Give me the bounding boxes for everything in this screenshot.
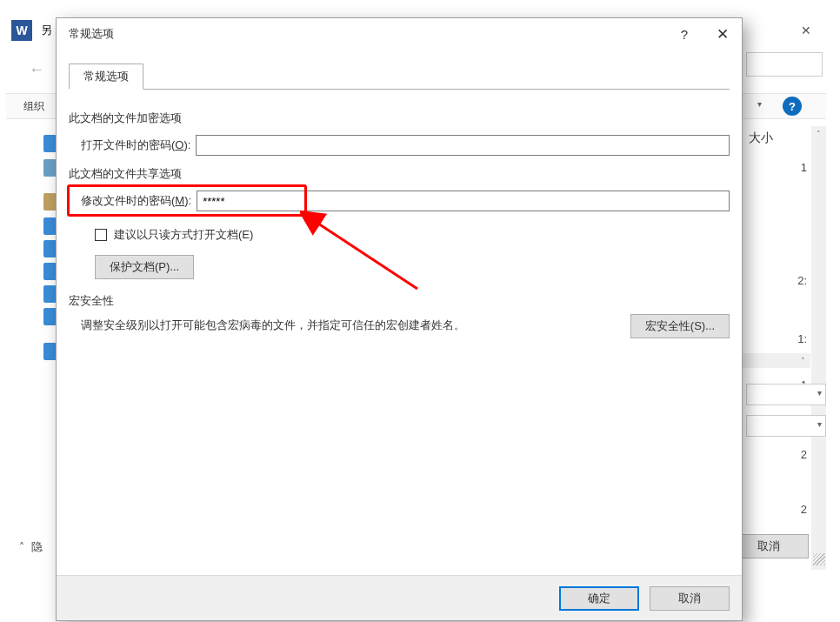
sharing-group: 此文档的文件共享选项 修改文件时的密码(M): 建议以只读方式打开文档(E) 保… bbox=[69, 166, 730, 279]
scrollbar-horizontal[interactable]: ˃ bbox=[736, 353, 810, 368]
close-icon[interactable]: ✕ bbox=[786, 17, 826, 44]
filetype-dropdown-fragment[interactable]: ▾ bbox=[746, 415, 826, 437]
chevron-down-icon: ▾ bbox=[817, 388, 822, 398]
list-row-fragment: 2: bbox=[797, 274, 807, 287]
list-row-fragment: 1 bbox=[801, 161, 807, 174]
hide-folders-label: 隐 bbox=[31, 539, 43, 555]
encryption-group: 此文档的文件加密选项 打开文件时的密码(O): bbox=[69, 110, 730, 156]
dialog-button-row: 确定 取消 bbox=[57, 575, 742, 620]
open-password-label: 打开文件时的密码(O): bbox=[81, 137, 190, 153]
saveas-cancel-label: 取消 bbox=[757, 538, 780, 554]
modify-password-row: 修改文件时的密码(M): bbox=[81, 191, 730, 211]
ok-label: 确定 bbox=[588, 591, 610, 606]
sidebar-stub bbox=[43, 217, 57, 235]
cancel-button[interactable]: 取消 bbox=[650, 586, 730, 611]
filename-dropdown-fragment[interactable]: ▾ bbox=[746, 384, 826, 405]
protect-document-label: 保护文档(P)... bbox=[110, 259, 179, 275]
macro-security-button[interactable]: 宏安全性(S)... bbox=[630, 314, 730, 338]
tab-bottom-rule bbox=[69, 89, 730, 90]
open-password-row: 打开文件时的密码(O): bbox=[81, 135, 730, 156]
col-size-header[interactable]: 大小 bbox=[749, 130, 773, 146]
open-password-input[interactable] bbox=[196, 135, 730, 156]
chevron-down-icon[interactable]: ▾ bbox=[757, 99, 762, 109]
macro-security-group: 宏安全性 调整安全级别以打开可能包含宏病毒的文件，并指定可信任的宏创建者姓名。 … bbox=[69, 293, 730, 333]
hide-folders-toggle[interactable]: ˄ 隐 bbox=[19, 539, 43, 555]
chevron-right-icon[interactable]: ˃ bbox=[796, 353, 810, 368]
protect-document-button[interactable]: 保护文档(P)... bbox=[95, 255, 194, 279]
checkbox-icon[interactable] bbox=[95, 229, 107, 241]
sidebar-stub bbox=[43, 263, 57, 280]
sidebar-stub bbox=[43, 285, 57, 303]
cancel-label: 取消 bbox=[678, 591, 701, 606]
chevron-up-icon: ˄ bbox=[19, 541, 24, 553]
tab-general-options[interactable]: 常规选项 bbox=[69, 64, 143, 90]
sharing-section-title: 此文档的文件共享选项 bbox=[69, 166, 730, 182]
macro-security-label: 宏安全性(S)... bbox=[645, 318, 715, 334]
list-row-fragment: 2 bbox=[801, 448, 807, 461]
sidebar-stub bbox=[43, 193, 57, 211]
saveas-title-fragment: 另 bbox=[41, 23, 52, 38]
sidebar-stub bbox=[43, 308, 57, 325]
readonly-label: 建议以只读方式打开文档(E) bbox=[114, 227, 253, 243]
chevron-down-icon: ▾ bbox=[817, 419, 822, 429]
back-arrow-icon[interactable]: ← bbox=[26, 59, 47, 80]
ok-button[interactable]: 确定 bbox=[559, 586, 639, 611]
help-icon[interactable]: ? bbox=[783, 97, 802, 116]
tab-label: 常规选项 bbox=[83, 69, 129, 84]
word-icon bbox=[11, 20, 32, 41]
chevron-up-icon[interactable]: ˄ bbox=[811, 126, 826, 141]
general-options-dialog: 常规选项 ? ✕ 常规选项 此文档的文件加密选项 打开文件时的密码(O): 此文… bbox=[56, 17, 743, 621]
close-button[interactable]: ✕ bbox=[703, 18, 742, 50]
resize-grip-icon[interactable] bbox=[813, 553, 825, 565]
list-row-fragment: 1: bbox=[797, 332, 807, 345]
address-bar-fragment[interactable] bbox=[746, 52, 823, 77]
sidebar-stub bbox=[43, 135, 57, 152]
readonly-checkbox-row[interactable]: 建议以只读方式打开文档(E) bbox=[95, 227, 730, 243]
encryption-section-title: 此文档的文件加密选项 bbox=[69, 110, 730, 126]
list-row-fragment: 2 bbox=[801, 503, 807, 516]
macro-section-title: 宏安全性 bbox=[69, 293, 730, 309]
help-button[interactable]: ? bbox=[665, 18, 703, 50]
dialog-titlebar: 常规选项 ? ✕ bbox=[57, 18, 742, 50]
organize-label[interactable]: 组织 bbox=[23, 99, 44, 114]
dialog-body: 常规选项 此文档的文件加密选项 打开文件时的密码(O): 此文档的文件共享选项 … bbox=[57, 50, 742, 575]
dialog-title: 常规选项 bbox=[69, 26, 114, 42]
sidebar-stub bbox=[43, 159, 57, 177]
scrollbar-vertical[interactable]: ˄ bbox=[811, 126, 826, 570]
filelist-right-fragment: 大小 1 2: 1: 1 2 2 ˄ bbox=[733, 122, 826, 570]
sidebar-stub bbox=[43, 343, 57, 360]
modify-password-input[interactable] bbox=[197, 191, 730, 211]
modify-password-label: 修改文件时的密码(M): bbox=[81, 193, 191, 209]
sidebar-stub bbox=[43, 240, 57, 257]
